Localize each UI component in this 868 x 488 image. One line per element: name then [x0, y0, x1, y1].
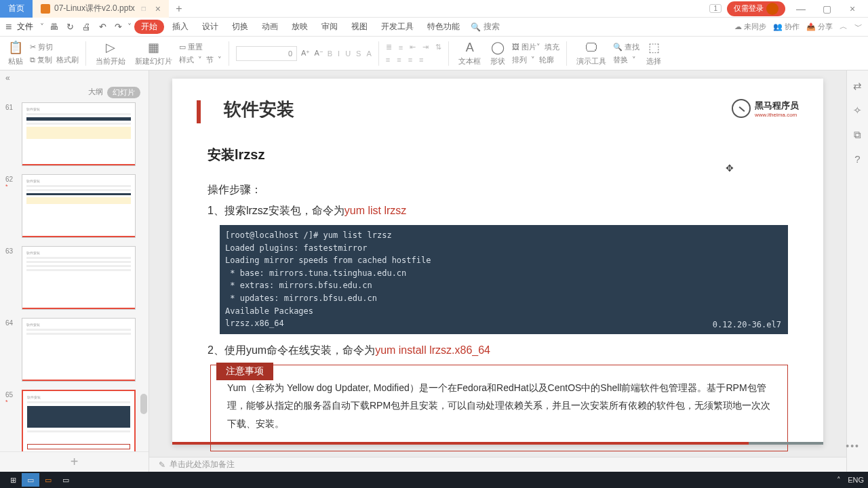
tab-home[interactable]: 首页 [0, 0, 33, 18]
align-justify-icon[interactable]: ≡ [419, 56, 423, 64]
new-slide-button[interactable]: ▦新建幻灯片 [132, 39, 175, 68]
menu-start[interactable]: 开始 [134, 20, 164, 34]
title-accent [197, 100, 201, 123]
menu-transition[interactable]: 切换 [226, 21, 254, 33]
find-button[interactable]: 🔍 查找 [613, 42, 639, 52]
layout-button[interactable]: ▭ 重置 [179, 42, 203, 52]
italic-icon[interactable]: I [338, 49, 340, 58]
bullets-icon[interactable]: ≣ [386, 43, 392, 52]
slide-thumb-61[interactable]: 软件安装 [22, 102, 136, 166]
task-app-3[interactable]: ▭ [57, 473, 75, 487]
notif-badge[interactable]: 1 [709, 4, 722, 13]
indent-dec-icon[interactable]: ⇤ [410, 43, 416, 52]
close-tab-icon[interactable]: × [155, 3, 161, 14]
coop-button[interactable]: 👥 协作 [773, 22, 800, 32]
minimize-icon[interactable]: — [791, 3, 811, 14]
textbox-button[interactable]: A文本框 [456, 39, 484, 68]
task-app-1[interactable]: ▭ [22, 473, 39, 487]
menu-review[interactable]: 审阅 [316, 21, 343, 33]
tray-up-icon[interactable]: ˄ [837, 476, 841, 485]
style-button[interactable]: 样式 [179, 55, 194, 65]
thumb-scrollbar[interactable] [140, 394, 147, 414]
tool-settings-icon[interactable]: ⇄ [853, 80, 862, 92]
select-button[interactable]: ⬚选择 [644, 39, 664, 68]
task-app-2[interactable]: ▭ [39, 473, 57, 487]
underline-icon[interactable]: U [345, 49, 351, 58]
new-tab-button[interactable]: + [169, 3, 189, 15]
outline-button[interactable]: 轮廓 [539, 55, 554, 65]
demo-tools-button[interactable]: 🖵演示工具 [574, 39, 609, 68]
outline-tab[interactable]: 大纲 [88, 87, 103, 98]
modified-indicator: □ [142, 5, 146, 12]
align-center-icon[interactable]: ≡ [397, 56, 401, 64]
menu-anim[interactable]: 动画 [256, 21, 283, 33]
add-slide-button[interactable]: + [0, 451, 149, 472]
note-label: 注意事项 [216, 363, 273, 380]
align-left-icon[interactable]: ≡ [386, 56, 390, 64]
tool-star-icon[interactable]: ✧ [853, 104, 862, 117]
tool-layers-icon[interactable]: ⧉ [854, 129, 861, 141]
qa-chevron-icon[interactable]: ˅ [127, 22, 132, 32]
share-button[interactable]: 📤 分享 [806, 22, 833, 32]
ribbon-collapse-icon[interactable]: ︿ [840, 21, 848, 33]
menu-special[interactable]: 特色功能 [422, 21, 465, 33]
menu-design[interactable]: 设计 [197, 21, 224, 33]
slide-canvas[interactable]: 软件安装 黑马程序员www.itheima.com 安装lrzsz 操作步骤： … [172, 79, 823, 445]
menu-insert[interactable]: 插入 [167, 21, 194, 33]
copy-button[interactable]: ⧉ 复制 [30, 55, 52, 65]
undo-icon[interactable]: ↶ [96, 22, 109, 32]
pic-button[interactable]: 🖼 图片˅ [512, 42, 540, 52]
font-shrink-icon[interactable]: A⁻ [314, 49, 323, 58]
arrange-button[interactable]: 排列 [512, 55, 527, 65]
cut-button[interactable]: ✂ 剪切 [30, 42, 53, 52]
save-icon[interactable]: 🖶 [47, 22, 61, 32]
start-button[interactable]: ⊞ [4, 473, 22, 487]
hamburger-icon[interactable]: ≡ [5, 21, 12, 33]
indent-inc-icon[interactable]: ⇥ [422, 43, 429, 52]
step-2: 2、使用yum命令在线安装，命令为yum install lrzsz.x86_6… [208, 344, 788, 358]
font-grow-icon[interactable]: A⁺ [301, 49, 310, 58]
slide-thumb-65[interactable]: 软件安装 [22, 390, 136, 451]
menu-show[interactable]: 放映 [286, 21, 313, 33]
font-size-input[interactable]: 0 [236, 46, 297, 61]
highlight-icon[interactable]: A [366, 49, 371, 58]
print-icon[interactable]: 🖨 [79, 22, 94, 32]
search-box[interactable]: 🔍 搜索 [471, 21, 500, 33]
slide-thumb-62[interactable]: 软件安装 [22, 174, 136, 238]
section-button[interactable]: 节 [206, 55, 214, 65]
search-icon: 🔍 [471, 22, 481, 32]
login-button[interactable]: 仅需登录 [727, 1, 785, 16]
ime-lang[interactable]: ENG [848, 476, 864, 484]
refresh-icon[interactable]: ↻ [64, 22, 77, 32]
panel-collapse-icon[interactable]: « [0, 70, 149, 85]
shape-button[interactable]: ◯形状 [488, 39, 508, 68]
clock-icon [732, 99, 751, 118]
notes-placeholder: 单击此处添加备注 [170, 459, 235, 470]
sync-status[interactable]: ☁ 未同步 [734, 22, 766, 32]
menu-view[interactable]: 视图 [346, 21, 373, 33]
close-icon[interactable]: × [842, 3, 863, 14]
numbering-icon[interactable]: ≡ [399, 43, 403, 52]
more-icon[interactable]: ••• [846, 441, 860, 451]
slide-thumb-64[interactable]: 软件安装 [22, 318, 136, 382]
fill-button[interactable]: 填充 [545, 42, 559, 52]
tool-help-icon[interactable]: ? [854, 153, 860, 165]
ribbon-more-icon[interactable]: ﹀ [854, 21, 863, 33]
tab-file[interactable]: 07-Linux课件v2.0.pptx □ × [33, 0, 169, 18]
slides-tab[interactable]: 幻灯片 [107, 87, 140, 98]
redo-icon[interactable]: ↷ [112, 22, 125, 32]
replace-button[interactable]: 替换 [613, 55, 628, 65]
file-chevron-icon[interactable]: ˅ [40, 22, 44, 32]
slide-thumb-63[interactable]: 软件安装 [22, 246, 136, 310]
paste-button[interactable]: 📋粘贴 [5, 39, 26, 68]
strike-icon[interactable]: S [356, 49, 361, 58]
align-right-icon[interactable]: ≡ [408, 56, 412, 64]
maximize-icon[interactable]: ▢ [816, 3, 837, 14]
notes-pane[interactable]: ✎ 单击此处添加备注 [149, 457, 846, 472]
from-current-button[interactable]: ▷当前开始 [93, 39, 128, 68]
menu-dev[interactable]: 开发工具 [376, 21, 419, 33]
line-spacing-icon[interactable]: ⇅ [435, 43, 441, 52]
bold-icon[interactable]: B [328, 49, 332, 58]
format-painter-button[interactable]: 格式刷 [56, 55, 79, 65]
menu-file[interactable]: 文件 [17, 21, 33, 33]
